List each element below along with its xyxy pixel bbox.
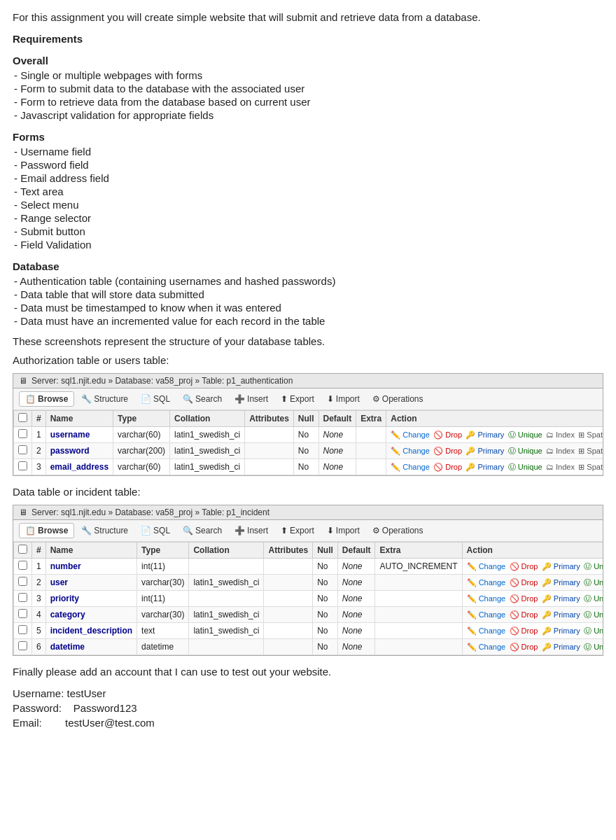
inc-row-collation <box>189 591 264 607</box>
inc-row-action: ✏️ Change 🚫 Drop 🔑 Primary Ⓤ Unique 🗂 In… <box>462 591 603 607</box>
spatial-link[interactable]: ⊞ Spatial <box>578 463 603 471</box>
drop-link[interactable]: 🚫 Drop <box>510 562 538 570</box>
inc-row-name: priority <box>46 591 136 607</box>
primary-link[interactable]: 🔑 Primary <box>465 447 504 455</box>
auth-import-btn[interactable]: ⬇ Import <box>321 392 365 406</box>
inc-sql-icon: 📄 <box>141 526 151 536</box>
unique-link[interactable]: Ⓤ Unique <box>584 562 603 570</box>
primary-link[interactable]: 🔑 Primary <box>542 594 580 603</box>
change-link[interactable]: ✏️ Change <box>467 626 506 635</box>
auth-row-null: No <box>293 427 318 443</box>
auth-structure-btn[interactable]: 🔧 Structure <box>76 392 134 406</box>
change-link[interactable]: ✏️ Change <box>467 594 506 603</box>
credentials-section: Username: testUser Password: Password123… <box>13 687 603 729</box>
primary-link[interactable]: 🔑 Primary <box>542 562 580 570</box>
incident-structure-btn[interactable]: 🔧 Structure <box>76 524 134 538</box>
inc-row-checkbox-1[interactable] <box>18 577 27 586</box>
primary-link[interactable]: 🔑 Primary <box>542 643 580 651</box>
incident-search-btn[interactable]: 🔍 Search <box>177 524 227 538</box>
inc-col-name: Name <box>46 542 136 559</box>
inc-row-attributes <box>264 607 313 623</box>
username-label: Username: <box>13 687 64 699</box>
index-link[interactable]: 🗂 Index <box>546 447 575 455</box>
inc-row-type: text <box>137 623 189 639</box>
username-value: testUser <box>67 687 106 699</box>
auth-browse-btn[interactable]: 📋 Browse <box>19 391 74 407</box>
inc-row-checkbox-4[interactable] <box>18 625 27 634</box>
auth-row-collation: latin1_swedish_ci <box>170 459 245 475</box>
unique-link[interactable]: Ⓤ Unique <box>584 594 603 603</box>
primary-link[interactable]: 🔑 Primary <box>542 610 580 619</box>
inc-row-checkbox-3[interactable] <box>18 609 27 618</box>
inc-row-type: varchar(30) <box>137 575 189 591</box>
auth-row-checkbox-0[interactable] <box>18 429 27 438</box>
inc-select-all[interactable] <box>18 545 27 554</box>
spatial-link[interactable]: ⊞ Spatial <box>578 447 603 455</box>
index-link[interactable]: 🗂 Index <box>546 430 575 439</box>
drop-link[interactable]: 🚫 Drop <box>510 626 538 635</box>
auth-operations-btn[interactable]: ⚙ Operations <box>367 392 429 406</box>
drop-link[interactable]: 🚫 Drop <box>510 578 538 587</box>
incident-insert-btn[interactable]: ➕ Insert <box>229 524 274 538</box>
unique-link[interactable]: Ⓤ Unique <box>584 643 603 651</box>
unique-link[interactable]: Ⓤ Unique <box>508 463 542 471</box>
drop-link[interactable]: 🚫 Drop <box>510 610 538 619</box>
primary-link[interactable]: 🔑 Primary <box>542 626 580 635</box>
drop-link[interactable]: 🚫 Drop <box>510 594 538 603</box>
change-link[interactable]: ✏️ Change <box>467 562 506 570</box>
password-credential: Password: Password123 <box>13 702 603 714</box>
drop-link[interactable]: 🚫 Drop <box>510 643 538 651</box>
incident-export-btn[interactable]: ⬆ Export <box>275 524 320 538</box>
inc-col-attributes: Attributes <box>264 542 313 559</box>
auth-row-default: None <box>318 427 356 443</box>
inc-row-checkbox-2[interactable] <box>18 593 27 602</box>
primary-link[interactable]: 🔑 Primary <box>465 430 504 439</box>
unique-link[interactable]: Ⓤ Unique <box>508 430 542 439</box>
drop-link[interactable]: 🚫 Drop <box>433 447 462 455</box>
unique-link[interactable]: Ⓤ Unique <box>584 626 603 635</box>
incident-browse-btn[interactable]: 📋 Browse <box>19 523 74 538</box>
unique-link[interactable]: Ⓤ Unique <box>584 578 603 587</box>
auth-row-attributes <box>245 427 294 443</box>
auth-row-checkbox-2[interactable] <box>18 461 27 470</box>
inc-row-action: ✏️ Change 🚫 Drop 🔑 Primary Ⓤ Unique 🗂 In… <box>462 639 603 655</box>
inc-row-collation: latin1_swedish_ci <box>189 575 264 591</box>
inc-row-checkbox-5[interactable] <box>18 641 27 650</box>
auth-insert-btn[interactable]: ➕ Insert <box>229 392 274 406</box>
auth-row-checkbox-1[interactable] <box>18 445 27 454</box>
auth-row-null: No <box>293 459 318 475</box>
auth-col-null: Null <box>293 411 318 427</box>
db-item-3: - Data must be timestamped to know when … <box>14 302 603 314</box>
change-link[interactable]: ✏️ Change <box>467 643 506 651</box>
change-link[interactable]: ✏️ Change <box>391 447 430 455</box>
auth-sql-btn[interactable]: 📄 SQL <box>135 392 176 406</box>
incident-sql-btn[interactable]: 📄 SQL <box>135 524 176 538</box>
change-link[interactable]: ✏️ Change <box>391 463 430 471</box>
incident-operations-btn[interactable]: ⚙ Operations <box>367 524 429 538</box>
index-link[interactable]: 🗂 Index <box>546 463 575 471</box>
auth-search-btn[interactable]: 🔍 Search <box>177 392 227 406</box>
inc-row-extra <box>375 639 462 655</box>
unique-link[interactable]: Ⓤ Unique <box>584 610 603 619</box>
drop-link[interactable]: 🚫 Drop <box>433 463 462 471</box>
auth-row-name: email_address <box>46 459 113 475</box>
incident-import-btn[interactable]: ⬇ Import <box>321 524 365 538</box>
auth-row-extra <box>356 427 386 443</box>
spatial-link[interactable]: ⊞ Spatial <box>578 430 603 439</box>
incident-table-row: 2 user varchar(30) latin1_swedish_ci No … <box>14 575 604 591</box>
inc-row-extra <box>375 591 462 607</box>
change-link[interactable]: ✏️ Change <box>391 430 430 439</box>
search-icon: 🔍 <box>183 394 193 404</box>
auth-row-collation: latin1_swedish_ci <box>170 443 245 459</box>
primary-link[interactable]: 🔑 Primary <box>542 578 580 587</box>
primary-link[interactable]: 🔑 Primary <box>465 463 504 471</box>
change-link[interactable]: ✏️ Change <box>467 610 506 619</box>
inc-row-num: 1 <box>32 559 46 575</box>
inc-row-checkbox-0[interactable] <box>18 561 27 570</box>
auth-export-btn[interactable]: ⬆ Export <box>275 392 320 406</box>
unique-link[interactable]: Ⓤ Unique <box>508 447 542 455</box>
change-link[interactable]: ✏️ Change <box>467 578 506 587</box>
incident-table-row: 4 category varchar(30) latin1_swedish_ci… <box>14 607 604 623</box>
drop-link[interactable]: 🚫 Drop <box>433 430 462 439</box>
auth-select-all[interactable] <box>18 413 27 422</box>
